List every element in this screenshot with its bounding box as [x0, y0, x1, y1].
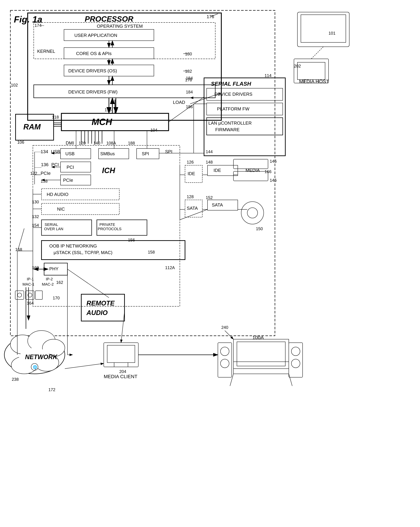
svg-text:OVER LAN: OVER LAN: [44, 227, 63, 231]
svg-text:FIRMWARE: FIRMWARE: [215, 127, 240, 132]
os-label: OPERATING SYSTEM: [97, 23, 143, 29]
pcie-ext-label: PCIe: [41, 171, 51, 176]
nic-label: NIC: [57, 207, 65, 212]
svg-text:116: 116: [105, 108, 112, 112]
usb-box-label: USB: [65, 151, 74, 156]
svg-text:104: 104: [150, 128, 157, 132]
svg-text:AUDIO: AUDIO: [86, 309, 107, 316]
private-protocols-label: PRIVATE: [99, 222, 115, 227]
oob-ip-label: OOB IP NETWORKING: [49, 243, 97, 249]
pci-ext-label: PCI: [51, 162, 59, 167]
svg-text:182: 182: [185, 69, 192, 74]
media-client-label: MEDIA CLIENT: [104, 374, 137, 379]
mac2-label: MAC-2: [42, 282, 54, 286]
lan-controller-label: LAN μCONTROLLER: [208, 121, 252, 126]
svg-text:130: 130: [32, 199, 39, 204]
svg-text:164: 164: [27, 301, 34, 306]
load-label: LOAD: [173, 100, 185, 105]
serial-over-lan-label: SERIAL: [45, 222, 58, 227]
svg-text:188: 188: [128, 141, 135, 145]
svg-text:152: 152: [206, 195, 213, 200]
ip2-label: IP-2: [46, 277, 53, 281]
svg-text:156: 156: [128, 238, 135, 242]
svg-text:128: 128: [187, 194, 194, 199]
core-os-label: CORE OS & APIs: [76, 51, 112, 56]
usb-ext-label: USB: [51, 149, 60, 154]
svg-text:176: 176: [207, 14, 214, 19]
svg-text:112A: 112A: [165, 265, 175, 270]
platform-fw-label: PLATFORM FW: [217, 106, 250, 111]
svg-text:148: 148: [206, 160, 213, 165]
svg-text:238: 238: [12, 377, 19, 382]
svg-text:108A: 108A: [106, 141, 116, 145]
svg-rect-0: [0, 0, 420, 527]
serial-flash-label: SERIAL FLASH: [211, 81, 251, 87]
svg-text:174: 174: [35, 23, 42, 28]
dmi-label: DMI: [66, 140, 74, 145]
spi-box-label: SPI: [142, 151, 149, 156]
svg-text:146: 146: [270, 159, 277, 164]
svg-text:170: 170: [53, 296, 60, 300]
svg-text:138: 138: [41, 179, 48, 184]
ich-label: ICH: [102, 166, 115, 175]
svg-text:184: 184: [186, 76, 193, 80]
svg-text:126: 126: [187, 160, 194, 165]
diagram-container: Fig. 1a 100A PROCESSOR 176 174 OPERATING…: [0, 0, 420, 527]
svg-text:PROTOCOLS: PROTOCOLS: [98, 227, 122, 231]
svg-text:🌐: 🌐: [33, 365, 37, 369]
ide-label: IDE: [188, 171, 195, 176]
svg-text:132: 132: [32, 214, 39, 219]
user-app-label: USER APPLICATION: [74, 33, 117, 38]
hd-audio-label: HD AUDIO: [47, 192, 68, 197]
svg-text:184: 184: [186, 90, 193, 94]
svg-text:150: 150: [256, 226, 263, 231]
sata-right-label: SATA: [212, 202, 223, 208]
remote-audio-label: REMOTE: [86, 300, 115, 307]
svg-text:240: 240: [221, 325, 228, 330]
sf-device-drivers-label: DEVICE DRIVERS: [214, 92, 252, 97]
svg-text:μSTACK (SSL, TCP/IP, MAC): μSTACK (SSL, TCP/IP, MAC): [54, 250, 112, 255]
svg-text:101: 101: [328, 31, 336, 35]
svg-text:134: 134: [41, 149, 48, 154]
spi-ext-label: SPI: [165, 149, 172, 154]
svg-text:102: 102: [11, 83, 18, 88]
ram-label: RAM: [23, 122, 41, 131]
network-label: NETWORK: [25, 353, 58, 361]
device-drivers-fw-label: DEVICE DRIVERS (FW): [68, 89, 118, 95]
svg-text:158: 158: [148, 250, 155, 254]
pci-box-label: PCI: [67, 165, 74, 170]
phy-label: PHY: [49, 266, 58, 271]
svg-text:204: 204: [119, 369, 126, 374]
svg-text:180: 180: [185, 52, 192, 56]
mch-label: MCH: [92, 117, 112, 127]
svg-text:136: 136: [41, 162, 48, 167]
mac1-label: MAC-1: [22, 282, 34, 286]
kernel-label: KERNEL: [37, 49, 55, 54]
svg-text:118: 118: [52, 115, 59, 120]
svg-text:154: 154: [32, 223, 39, 228]
svg-text:140: 140: [93, 141, 100, 145]
smbus-label: SMBus: [100, 151, 115, 156]
media-label: MEDIA: [246, 168, 260, 173]
svg-text:162: 162: [56, 280, 63, 285]
pcie-box-label: PCIe: [63, 177, 73, 183]
device-drivers-os-label: DEVICE DRIVERS (OS): [68, 68, 117, 73]
sata-label: SATA: [187, 206, 198, 211]
svg-text:172: 172: [48, 387, 55, 392]
svg-text:114: 114: [264, 73, 272, 78]
ide-right-label: IDE: [214, 168, 221, 173]
svg-text:106: 106: [17, 140, 24, 144]
svg-text:186: 186: [186, 104, 193, 109]
svg-text:144: 144: [206, 149, 213, 154]
svg-text:146: 146: [270, 178, 277, 183]
ref-100a: 100A: [252, 335, 264, 340]
processor-label: PROCESSOR: [85, 15, 133, 23]
